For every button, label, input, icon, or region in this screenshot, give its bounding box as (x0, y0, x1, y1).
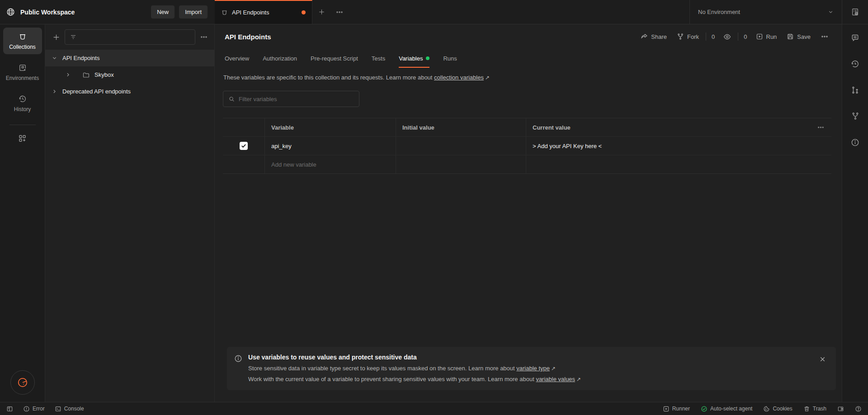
tree-item-label: Skybox (94, 71, 114, 78)
chevron-right-icon (65, 72, 71, 78)
public-workspace-icon (6, 8, 15, 16)
console-button[interactable]: Console (55, 406, 84, 412)
auto-select-agent-button[interactable]: Auto-select agent (701, 406, 752, 412)
watch-button[interactable] (719, 30, 735, 43)
environment-quick-look-button[interactable] (842, 0, 868, 24)
info-icon (234, 354, 242, 382)
comments-icon[interactable] (851, 31, 859, 44)
open-new-tab-button[interactable] (312, 0, 330, 24)
help-icon (855, 406, 862, 412)
cookies-button[interactable]: Cookies (763, 406, 792, 412)
chevron-right-icon (52, 89, 57, 94)
run-button[interactable]: Run (752, 30, 781, 43)
column-current-value: Current value (526, 118, 811, 136)
add-new-variable-input[interactable]: Add new variable (264, 155, 396, 173)
tab-tests[interactable]: Tests (372, 49, 385, 68)
configure-workspace-sidebar-icon[interactable] (18, 134, 27, 143)
tab-variables[interactable]: Variables (399, 49, 429, 68)
close-icon[interactable] (819, 356, 826, 363)
watch-count[interactable]: 0 (741, 31, 750, 43)
fork-count[interactable]: 0 (709, 31, 717, 43)
import-button[interactable]: Import (179, 5, 208, 19)
error-status[interactable]: Error (23, 406, 45, 412)
table-more-actions-icon[interactable] (811, 118, 831, 136)
divider (738, 33, 738, 41)
variable-type-link[interactable]: variable type (516, 365, 550, 372)
workspace-section: Public Workspace New Import (0, 0, 215, 24)
table-row: api_key > Add your API Key here < (223, 136, 831, 155)
error-icon (23, 406, 30, 412)
collection-variables-link[interactable]: collection variables (434, 74, 484, 81)
share-label: Share (651, 33, 667, 40)
app-window: Public Workspace New Import API Endpoint… (0, 0, 868, 415)
tab-options-icon[interactable] (330, 0, 349, 24)
error-label: Error (33, 406, 45, 412)
share-button[interactable]: Share (637, 30, 671, 43)
current-value-cell[interactable]: > Add your API Key here < (526, 137, 811, 155)
new-button[interactable]: New (151, 5, 175, 19)
search-icon (228, 96, 235, 103)
initial-value-cell[interactable] (396, 137, 526, 155)
fork-button[interactable]: Fork (673, 30, 703, 43)
tab-runs[interactable]: Runs (443, 49, 457, 68)
workspace-name: Public Workspace (20, 9, 75, 16)
collection-header: API Endpoints Share (215, 24, 842, 49)
banner-title: Use variables to reuse values and protec… (248, 354, 581, 361)
variable-checkbox[interactable] (240, 142, 248, 150)
trash-button[interactable]: Trash (803, 406, 826, 412)
fork-icon (677, 33, 684, 40)
save-button[interactable]: Save (783, 30, 815, 43)
collections-icon (19, 33, 27, 41)
tree-item-skybox[interactable]: Skybox (45, 66, 214, 83)
variables-content: These variables are specific to this col… (215, 68, 842, 402)
environment-selector[interactable]: No Environment (689, 0, 842, 24)
divider (706, 33, 706, 41)
status-bar: Error Console Runner (0, 402, 868, 415)
tab-api-endpoints[interactable]: API Endpoints (215, 0, 312, 24)
add-collection-icon[interactable] (52, 33, 60, 41)
initial-value-cell[interactable] (396, 155, 526, 173)
run-label: Run (766, 33, 777, 40)
sidebar-item-history[interactable]: History (3, 90, 42, 117)
fork-icon[interactable] (851, 109, 859, 123)
banner-text: Use variables to reuse values and protec… (248, 354, 581, 382)
environment-selected-value: No Environment (698, 9, 740, 15)
variable-values-link[interactable]: variable values (536, 376, 575, 382)
split-pane-button[interactable] (837, 406, 844, 412)
filter-variables-input[interactable] (239, 96, 354, 103)
select-column (223, 118, 264, 136)
share-icon (641, 33, 648, 40)
environments-label: Environments (6, 75, 39, 81)
toggle-sidebar-button[interactable] (6, 406, 13, 412)
column-initial-value: Initial value (396, 118, 526, 136)
tree-item-api-endpoints[interactable]: API Endpoints (45, 50, 214, 66)
external-link-icon: ↗ (551, 365, 556, 372)
runner-button[interactable]: Runner (663, 406, 690, 412)
tab-pre-request-script[interactable]: Pre-request Script (311, 49, 358, 68)
collection-icon (221, 9, 228, 16)
sidebar-more-actions-icon[interactable] (200, 33, 208, 41)
changelog-icon[interactable] (851, 57, 859, 70)
sidebar-search-input[interactable] (65, 29, 195, 45)
tree-item-deprecated-api-endpoints[interactable]: Deprecated API endpoints (45, 83, 214, 100)
sidebar-item-environments[interactable]: Environments (3, 59, 42, 85)
tab-overview[interactable]: Overview (225, 49, 249, 68)
current-value-cell[interactable] (526, 155, 811, 173)
collection-more-actions-icon[interactable] (816, 30, 833, 43)
left-icon-rail: Collections Environments (0, 24, 45, 402)
console-label: Console (64, 406, 84, 412)
pull-request-icon[interactable] (851, 83, 859, 97)
tree-item-label: Deprecated API endpoints (62, 88, 131, 95)
tab-authorization[interactable]: Authorization (263, 49, 297, 68)
help-button[interactable] (855, 406, 862, 412)
chevron-down-icon (828, 9, 834, 15)
variable-name-cell[interactable]: api_key (264, 137, 396, 155)
collection-actions: Share Fork 0 (637, 30, 833, 43)
sidebar-item-collections[interactable]: Collections (3, 28, 42, 54)
statusbar-right: Runner Auto-select agent (652, 406, 862, 412)
history-label: History (14, 106, 31, 112)
postbot-button[interactable] (10, 370, 35, 395)
info-icon[interactable] (851, 135, 859, 149)
table-header-row: Variable Initial value Current value (223, 118, 831, 136)
split-pane-icon (837, 406, 844, 412)
